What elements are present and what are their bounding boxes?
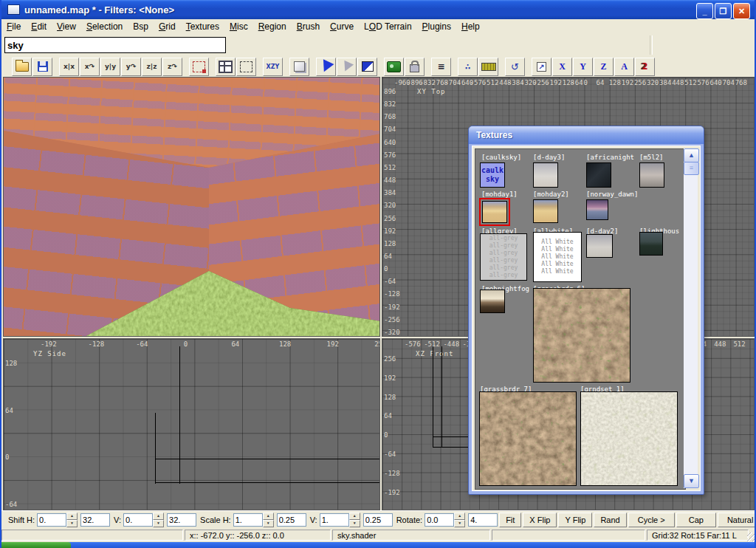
- rotate-z-button[interactable]: z↷: [162, 58, 182, 76]
- axis-y-button[interactable]: Y: [573, 58, 593, 76]
- axis-x-button[interactable]: X: [552, 58, 572, 76]
- measure-button[interactable]: [478, 58, 498, 76]
- rotate-y-button[interactable]: y↷: [121, 58, 141, 76]
- texture-list[interactable]: [caulksky]caulksky[d-day3][africanight[m…: [475, 148, 686, 490]
- cube-view-button[interactable]: [289, 58, 309, 76]
- shift-v-step-input[interactable]: [167, 513, 196, 527]
- texture-label: [norway_dawn]: [586, 191, 638, 198]
- texture-grndset_1[interactable]: [580, 391, 678, 486]
- scroll-up-button[interactable]: ▲: [684, 148, 699, 162]
- texture-caulksky[interactable]: caulksky: [480, 162, 505, 188]
- start-button[interactable]: [1, 542, 71, 548]
- shift-h-input[interactable]: [37, 513, 66, 527]
- texture-mohnightfog[interactable]: [480, 290, 505, 313]
- window-layout-button[interactable]: [216, 58, 236, 76]
- close-button[interactable]: ✕: [733, 3, 750, 19]
- cone-select-button[interactable]: [316, 58, 336, 76]
- ruler-tick: 640: [384, 139, 396, 146]
- title-bar[interactable]: unnamed.map * - Filters: <None> _ ❐ ✕: [1, 0, 755, 19]
- rotate-input[interactable]: [425, 513, 454, 527]
- fit-button[interactable]: Fit: [499, 513, 521, 527]
- texture-lock-button[interactable]: [357, 58, 377, 76]
- axis-z-button[interactable]: Z: [594, 58, 614, 76]
- y-flip-button[interactable]: Y Flip: [558, 513, 592, 527]
- texture-d-day3[interactable]: [533, 162, 558, 188]
- textures-window-titlebar[interactable]: Textures: [469, 126, 704, 144]
- flip-z-button[interactable]: z|z: [142, 58, 162, 76]
- popup-window-button[interactable]: ↗: [532, 58, 551, 76]
- menu-grid[interactable]: Grid: [154, 20, 181, 33]
- scale-h-step-input[interactable]: [277, 513, 306, 527]
- scale-v-spinner[interactable]: ▲▼: [349, 513, 360, 527]
- menu-selection[interactable]: Selection: [81, 20, 128, 33]
- menu-curve[interactable]: Curve: [325, 20, 359, 33]
- menu-misc[interactable]: Misc: [224, 20, 253, 33]
- free-rotation-button[interactable]: [189, 58, 209, 76]
- menu-textures[interactable]: Textures: [181, 20, 224, 33]
- texture-allgrey[interactable]: all-greyall-greyall-greyall-greyall-grey…: [480, 233, 527, 281]
- cap-button[interactable]: Cap: [676, 513, 716, 527]
- scale-h-input[interactable]: [233, 513, 263, 527]
- texture-m5l2[interactable]: [639, 162, 664, 188]
- maximize-button[interactable]: ❐: [715, 3, 732, 19]
- camera-3d-view[interactable]: [3, 77, 380, 337]
- open-file-button[interactable]: [12, 58, 32, 76]
- texture-browser-button[interactable]: [384, 58, 404, 76]
- rand-button[interactable]: Rand: [594, 513, 626, 527]
- menu-brush[interactable]: Brush: [292, 20, 325, 33]
- scale-v-step-input[interactable]: [363, 513, 393, 527]
- scale-v-input[interactable]: [320, 513, 349, 527]
- save-file-button[interactable]: [32, 58, 52, 76]
- texture-mohday1[interactable]: [482, 201, 507, 223]
- x-flip-button[interactable]: X Flip: [523, 513, 557, 527]
- eye-filter-button[interactable]: 2: [635, 58, 655, 76]
- texture-grassbrdr_7[interactable]: [479, 391, 577, 486]
- resize-grip[interactable]: [747, 532, 756, 541]
- shift-v-spinner[interactable]: ▲▼: [153, 513, 164, 527]
- shift-v-input[interactable]: [123, 513, 153, 527]
- menu-lod-terrain[interactable]: LOD Terrain: [359, 20, 417, 33]
- menu-bsp[interactable]: Bsp: [128, 20, 154, 33]
- menu-plugins[interactable]: Plugins: [417, 20, 456, 33]
- yz-side-view[interactable]: -192-128-64064128192256 128640-64 YZ Sid…: [3, 338, 380, 510]
- rotate-spinner[interactable]: ▲▼: [454, 513, 465, 527]
- texture-lighthous[interactable]: [639, 232, 663, 256]
- selection-outline-button[interactable]: [236, 58, 256, 76]
- menu-view[interactable]: View: [52, 20, 81, 33]
- texture-allwhite[interactable]: All WhiteAll WhiteAll WhiteAll WhiteAll …: [533, 232, 582, 282]
- windows-taskbar[interactable]: [1, 542, 756, 548]
- scale-h-spinner[interactable]: ▲▼: [263, 513, 274, 527]
- shift-h-step-input[interactable]: [80, 513, 110, 527]
- menu-edit[interactable]: Edit: [26, 20, 52, 33]
- ruler-tick: -128: [89, 340, 105, 348]
- scroll-thumb[interactable]: [684, 162, 699, 175]
- menu-file[interactable]: File: [1, 20, 26, 33]
- minimize-button[interactable]: _: [696, 3, 713, 19]
- texture-africanight[interactable]: [586, 162, 611, 188]
- vertex-mode-button[interactable]: ∴: [458, 58, 478, 76]
- ruler-tick: 128: [5, 360, 17, 367]
- xzy-view-button[interactable]: XZY: [263, 58, 283, 76]
- menu-region[interactable]: Region: [253, 20, 292, 33]
- cycle-button[interactable]: Cycle >: [628, 513, 675, 527]
- entity-names-button[interactable]: A: [614, 58, 634, 76]
- texture-grassbrdr_6[interactable]: [533, 288, 630, 383]
- texture-mohday2[interactable]: [533, 199, 558, 223]
- texture-filter-input[interactable]: [4, 37, 226, 53]
- natural-button[interactable]: Natural: [718, 513, 756, 527]
- scroll-down-button[interactable]: ▼: [684, 474, 699, 488]
- console-button[interactable]: ≡: [431, 58, 451, 76]
- texture-d-day2[interactable]: [586, 234, 613, 258]
- cone-clone-button[interactable]: [337, 58, 357, 76]
- lock-open-button[interactable]: [405, 58, 425, 76]
- flip-x-button[interactable]: x|x: [59, 58, 79, 76]
- texture-scrollbar[interactable]: ▲ ▼: [684, 148, 698, 488]
- menu-help[interactable]: Help: [456, 20, 485, 33]
- shift-h-spinner[interactable]: ▲▼: [66, 513, 78, 527]
- refresh-button[interactable]: ↺: [505, 58, 525, 76]
- flip-y-button[interactable]: y|y: [100, 58, 120, 76]
- rotate-step-input[interactable]: [468, 513, 498, 527]
- textures-window[interactable]: Textures [caulksky]caulksky[d-day3][afri…: [468, 126, 704, 495]
- texture-norway_dawn[interactable]: [586, 199, 608, 220]
- rotate-x-button[interactable]: x↷: [80, 58, 100, 76]
